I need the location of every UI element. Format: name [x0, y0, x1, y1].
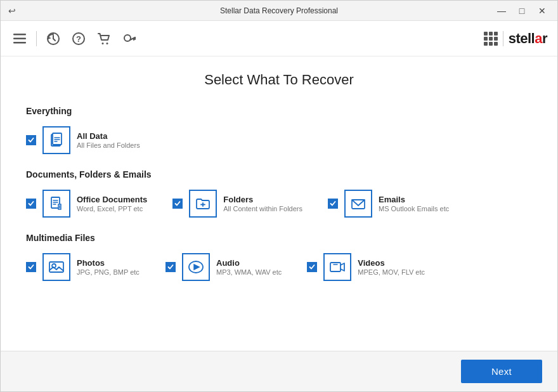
all-data-text: All Data All Files and Folders: [77, 131, 140, 149]
page-title: Select What To Recover: [26, 72, 532, 88]
checkbox-office-documents[interactable]: [26, 199, 36, 209]
audio-sublabel: MP3, WMA, WAV etc: [216, 268, 282, 276]
next-button[interactable]: Next: [461, 360, 542, 383]
folders-icon-box: [189, 190, 217, 218]
emails-text: Emails MS Outlook Emails etc: [379, 195, 449, 212]
emails-icon-box: [344, 190, 372, 218]
emails-label: Emails: [379, 195, 449, 204]
folders-text: Folders All Content within Folders: [223, 195, 302, 212]
title-bar: ↩ Stellar Data Recovery Professional — □…: [1, 1, 557, 21]
checkbox-all-data[interactable]: [26, 135, 36, 145]
videos-sublabel: MPEG, MOV, FLV etc: [358, 268, 425, 276]
checkbox-photos[interactable]: [26, 262, 36, 272]
item-videos: Videos MPEG, MOV, FLV etc: [307, 253, 425, 281]
photos-text: Photos JPG, PNG, BMP etc: [77, 258, 140, 276]
section-title-documents: Documents, Folders & Emails: [26, 169, 532, 180]
title-bar-left: ↩: [8, 6, 16, 16]
folders-sublabel: All Content within Folders: [223, 205, 302, 212]
audio-label: Audio: [216, 258, 282, 268]
svg-point-6: [102, 42, 104, 44]
section-everything: Everything: [26, 106, 532, 154]
office-documents-icon-box: [42, 190, 70, 218]
office-documents-text: Office Documents Word, Excel, PPT etc: [77, 195, 147, 212]
logo-divider: [503, 31, 503, 46]
stellar-grid-icon: [484, 32, 498, 46]
toolbar-left: ?: [11, 30, 138, 48]
main-content: Select What To Recover Everything: [1, 56, 557, 351]
documents-items-grid: Office Documents Word, Excel, PPT etc: [26, 190, 532, 218]
item-all-data: All Data All Files and Folders: [26, 126, 140, 154]
svg-text:?: ?: [76, 34, 81, 44]
brand-logo-text: stellar: [509, 30, 547, 47]
undo-icon: ↩: [8, 6, 16, 16]
section-documents: Documents, Folders & Emails: [26, 169, 532, 218]
title-bar-controls[interactable]: — □ ✕: [494, 4, 550, 17]
section-title-multimedia: Multimedia Files: [26, 233, 532, 243]
section-multimedia: Multimedia Files Photos: [26, 233, 532, 281]
photos-label: Photos: [77, 258, 140, 268]
audio-icon-box: [182, 253, 210, 281]
folders-label: Folders: [223, 195, 302, 204]
videos-text: Videos MPEG, MOV, FLV etc: [358, 258, 425, 276]
section-title-everything: Everything: [26, 106, 532, 116]
item-folders: Folders All Content within Folders: [172, 190, 302, 218]
svg-point-7: [107, 42, 108, 44]
svg-rect-22: [49, 262, 63, 272]
all-data-sublabel: All Files and Folders: [77, 141, 140, 149]
svg-rect-0: [13, 34, 26, 36]
item-audio: Audio MP3, WMA, WAV etc: [165, 253, 282, 281]
svg-rect-1: [13, 37, 26, 39]
photos-sublabel: JPG, PNG, BMP etc: [77, 268, 140, 276]
videos-label: Videos: [358, 258, 425, 268]
office-documents-label: Office Documents: [77, 195, 147, 204]
title-bar-center: Stellar Data Recovery Professional: [220, 6, 338, 15]
checkbox-folders[interactable]: [172, 199, 183, 209]
multimedia-items-grid: Photos JPG, PNG, BMP etc: [26, 253, 532, 281]
cart-icon[interactable]: [95, 30, 113, 48]
stellar-logo: stellar: [484, 30, 547, 47]
svg-rect-10: [53, 133, 62, 145]
svg-rect-2: [13, 42, 26, 44]
item-emails: Emails MS Outlook Emails etc: [328, 190, 449, 218]
videos-icon-box: [323, 253, 351, 281]
emails-sublabel: MS Outlook Emails etc: [379, 205, 449, 212]
all-data-icon-box: [42, 126, 70, 154]
office-documents-sublabel: Word, Excel, PPT etc: [77, 205, 147, 212]
photos-icon-box: [42, 253, 70, 281]
close-button[interactable]: ✕: [535, 4, 550, 17]
svg-rect-25: [330, 263, 341, 271]
app-title: Stellar Data Recovery Professional: [220, 6, 338, 15]
toolbar: ? stellar: [1, 21, 557, 56]
minimize-button[interactable]: —: [494, 4, 509, 17]
help-icon[interactable]: ?: [70, 30, 88, 48]
hamburger-menu-icon[interactable]: [11, 30, 29, 48]
toolbar-separator: [36, 31, 37, 46]
checkbox-videos[interactable]: [307, 262, 317, 272]
everything-items-grid: All Data All Files and Folders: [26, 126, 532, 154]
all-data-label: All Data: [77, 131, 140, 141]
key-icon[interactable]: [120, 30, 138, 48]
audio-text: Audio MP3, WMA, WAV etc: [216, 258, 282, 276]
footer: Next: [1, 351, 557, 391]
checkbox-emails[interactable]: [328, 199, 338, 209]
checkbox-audio[interactable]: [165, 262, 176, 272]
item-office-documents: Office Documents Word, Excel, PPT etc: [26, 190, 147, 218]
item-photos: Photos JPG, PNG, BMP etc: [26, 253, 140, 281]
history-icon[interactable]: [44, 30, 62, 48]
maximize-button[interactable]: □: [514, 4, 529, 17]
